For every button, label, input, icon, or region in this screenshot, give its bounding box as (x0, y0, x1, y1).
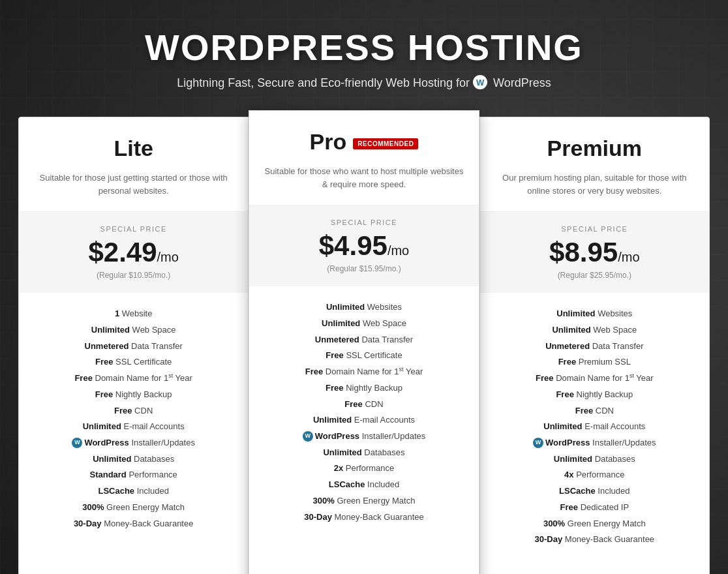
feature-item: Free Dedicated IP (491, 500, 699, 516)
page-subtitle: Lightning Fast, Secure and Eco-friendly … (145, 76, 583, 91)
plan-card-lite: LiteSuitable for those just getting star… (18, 117, 249, 574)
plan-desc-lite: Suitable for those just getting started … (32, 172, 235, 197)
page-title: WORDPRESS HOSTING (145, 26, 583, 68)
plan-features-premium: Unlimited WebsitesUnlimited Web SpaceUnm… (480, 293, 709, 561)
plans-container: LiteSuitable for those just getting star… (18, 117, 710, 574)
feature-item: Free Premium SSL (491, 354, 699, 370)
feature-item: 4x Performance (491, 467, 699, 483)
regular-price-premium: (Regular $25.95/mo.) (493, 271, 696, 280)
plan-name-row-pro: ProRECOMMENDED (262, 129, 465, 159)
feature-item: Free Domain Name for 1st Year (29, 370, 237, 387)
regular-price-pro: (Regular $15.95/mo.) (262, 264, 465, 273)
plan-price-pro: $4.95/mo (262, 230, 465, 262)
feature-item: Free SSL Certificate (260, 348, 468, 364)
feature-item: Unlimited E-mail Accounts (491, 419, 699, 435)
feature-item: Unlimited E-mail Accounts (260, 412, 468, 429)
plan-name-premium: Premium (547, 136, 643, 161)
feature-item: Unlimited Databases (491, 451, 699, 468)
feature-item: Free Domain Name for 1st Year (260, 364, 468, 380)
feature-item: 1 Website (29, 306, 237, 322)
plan-price-premium: $8.95/mo (493, 237, 696, 268)
plan-header-premium: PremiumOur premium hosting plan, suitabl… (480, 117, 709, 212)
wordpress-icon (473, 75, 487, 89)
plan-header-pro: ProRECOMMENDEDSuitable for those who wan… (249, 111, 478, 205)
feature-item: Free Nightly Backup (260, 380, 468, 397)
feature-item: Unlimited Web Space (491, 322, 699, 339)
feature-item: WordPress Installer/Updates (29, 435, 237, 451)
plan-card-premium: PremiumOur premium hosting plan, suitabl… (479, 117, 710, 574)
plan-pricing-pro: SPECIAL PRICE$4.95/mo(Regular $15.95/mo.… (249, 205, 478, 286)
wordpress-inline-icon (72, 438, 82, 448)
special-price-label-premium: SPECIAL PRICE (493, 225, 696, 233)
feature-item: Unlimited Web Space (260, 316, 468, 332)
feature-item: WordPress Installer/Updates (491, 435, 699, 451)
plan-header-lite: LiteSuitable for those just getting star… (19, 117, 248, 212)
special-price-label-lite: SPECIAL PRICE (32, 225, 235, 233)
plan-name-pro: Pro (310, 129, 347, 155)
feature-item: Free Domain Name for 1st Year (491, 370, 699, 387)
feature-item: 300% Green Energy Match (260, 493, 468, 509)
feature-item: Unlimited E-mail Accounts (29, 419, 237, 435)
feature-item: Free Nightly Backup (29, 387, 237, 403)
plan-pricing-premium: SPECIAL PRICE$8.95/mo(Regular $25.95/mo.… (480, 212, 709, 293)
plan-name-lite: Lite (114, 136, 153, 161)
feature-item: Unlimited Web Space (29, 322, 237, 339)
plan-price-lite: $2.49/mo (32, 237, 235, 268)
wordpress-inline-icon (533, 438, 543, 448)
plan-features-lite: 1 WebsiteUnlimited Web SpaceUnmetered Da… (19, 293, 248, 561)
feature-item: 2x Performance (260, 461, 468, 477)
feature-item: Unmetered Data Transfer (491, 339, 699, 355)
page-wrapper: WORDPRESS HOSTING Lightning Fast, Secure… (0, 0, 728, 574)
plan-footer-lite: GET STARTED (19, 561, 248, 574)
wordpress-inline-icon (303, 431, 313, 442)
plan-footer-pro: GET STARTED (249, 567, 478, 574)
feature-item: Unlimited Databases (29, 451, 237, 468)
plan-footer-premium: GET STARTED (480, 561, 709, 574)
feature-item: LSCache Included (491, 483, 699, 500)
feature-item: Standard Performance (29, 467, 237, 483)
feature-item: Unlimited Websites (260, 299, 468, 316)
feature-item: 30-Day Money-Back Guarantee (260, 509, 468, 526)
special-price-label-pro: SPECIAL PRICE (262, 219, 465, 226)
plan-desc-pro: Suitable for those who want to host mult… (262, 165, 465, 190)
feature-item: 30-Day Money-Back Guarantee (29, 516, 237, 532)
feature-item: 300% Green Energy Match (491, 516, 699, 532)
feature-item: WordPress Installer/Updates (260, 429, 468, 445)
plan-desc-premium: Our premium hosting plan, suitable for t… (493, 172, 696, 197)
feature-item: Free Nightly Backup (491, 387, 699, 403)
plan-features-pro: Unlimited WebsitesUnlimited Web SpaceUnm… (249, 286, 478, 567)
feature-item: Unmetered Data Transfer (260, 332, 468, 348)
feature-item: Unlimited Websites (491, 306, 699, 322)
plan-name-row-premium: Premium (493, 136, 696, 165)
feature-item: Unmetered Data Transfer (29, 339, 237, 355)
feature-item: Free SSL Certificate (29, 354, 237, 370)
feature-item: LSCache Included (260, 477, 468, 493)
regular-price-lite: (Regular $10.95/mo.) (32, 271, 235, 280)
plan-pricing-lite: SPECIAL PRICE$2.49/mo(Regular $10.95/mo.… (19, 212, 248, 293)
feature-item: 300% Green Energy Match (29, 500, 237, 516)
feature-item: LSCache Included (29, 483, 237, 500)
plan-card-pro: ProRECOMMENDEDSuitable for those who wan… (249, 110, 479, 574)
recommended-badge: RECOMMENDED (353, 138, 418, 149)
feature-item: Free CDN (491, 403, 699, 419)
feature-item: Free CDN (260, 397, 468, 413)
feature-item: 30-Day Money-Back Guarantee (491, 532, 699, 548)
plan-name-row-lite: Lite (32, 136, 235, 165)
page-header: WORDPRESS HOSTING Lightning Fast, Secure… (145, 26, 583, 91)
feature-item: Unlimited Databases (260, 445, 468, 461)
feature-item: Free CDN (29, 403, 237, 419)
